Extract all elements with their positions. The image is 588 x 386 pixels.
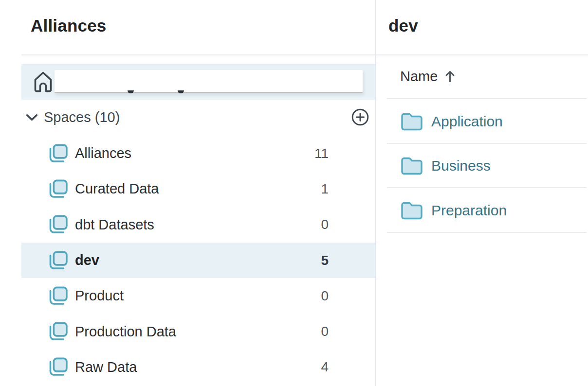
space-item-production-data[interactable]: Production Data 0	[21, 314, 375, 349]
spaces-collapse-toggle[interactable]	[24, 110, 39, 124]
table-header-name[interactable]: Name	[400, 68, 455, 85]
space-item-count: 0	[321, 324, 329, 339]
space-item-curated-data[interactable]: Curated Data 1	[21, 171, 375, 207]
right-panel-title: dev	[388, 16, 418, 35]
space-item-count: 1	[321, 181, 329, 197]
spaces-section-header: Spaces (10)	[21, 100, 375, 135]
folder-icon	[401, 112, 423, 131]
space-item-count: 0	[321, 288, 329, 304]
space-item-label: dev	[75, 252, 99, 268]
app-window: Alliances Spaces (10)	[0, 0, 588, 386]
space-item-label: Alliances	[75, 145, 131, 161]
space-item-count: 5	[321, 253, 329, 268]
plus-circle-icon	[351, 108, 369, 126]
spaces-icon	[48, 250, 69, 271]
space-item-raw-data[interactable]: Raw Data 4	[21, 350, 375, 385]
space-item-product[interactable]: Product 0	[21, 278, 375, 314]
table-row[interactable]: Application	[376, 99, 588, 144]
space-item-count: 4	[321, 359, 329, 375]
space-item-label: Production Data	[75, 324, 176, 340]
spaces-icon	[48, 321, 69, 342]
space-item-label: Product	[75, 288, 124, 304]
spaces-list: Alliances 11 Curated Data 1 dbt Datasets…	[21, 136, 375, 385]
spaces-icon	[48, 356, 69, 378]
space-item-dev[interactable]: dev 5	[21, 243, 375, 278]
space-item-label: Curated Data	[75, 181, 159, 197]
space-item-dbt-datasets[interactable]: dbt Datasets 0	[21, 207, 375, 243]
table-row[interactable]: Business	[376, 144, 588, 189]
folder-table: Application Business Preparation	[376, 99, 588, 233]
arrow-up-icon	[445, 70, 455, 83]
left-panel-title: Alliances	[31, 16, 107, 35]
folder-link[interactable]: Business	[431, 158, 491, 174]
redacted-text-remnant	[178, 90, 184, 93]
folder-link[interactable]: Preparation	[431, 202, 507, 219]
home-icon	[33, 70, 53, 93]
space-item-label: Raw Data	[75, 359, 137, 375]
chevron-down-icon	[26, 114, 38, 121]
space-item-count: 11	[314, 146, 329, 161]
table-row[interactable]: Preparation	[376, 188, 588, 233]
name-column-label: Name	[400, 69, 438, 85]
right-panel-divider	[376, 54, 588, 55]
folder-icon	[401, 201, 423, 220]
space-item-count: 0	[321, 217, 329, 232]
folder-icon	[401, 157, 423, 175]
spaces-icon	[48, 178, 69, 200]
add-space-button[interactable]	[351, 108, 369, 126]
spaces-section-label: Spaces (10)	[44, 109, 120, 125]
spaces-icon	[48, 214, 69, 235]
left-panel-divider	[21, 54, 375, 55]
folder-link[interactable]: Application	[431, 113, 503, 130]
spaces-icon	[48, 143, 69, 164]
home-nav-item[interactable]	[21, 64, 375, 100]
space-item-alliances[interactable]: Alliances 11	[21, 136, 375, 171]
space-item-label: dbt Datasets	[75, 217, 154, 233]
redacted-text-remnant	[128, 90, 134, 93]
redacted-label-overlay	[55, 70, 363, 93]
spaces-icon	[48, 285, 69, 307]
